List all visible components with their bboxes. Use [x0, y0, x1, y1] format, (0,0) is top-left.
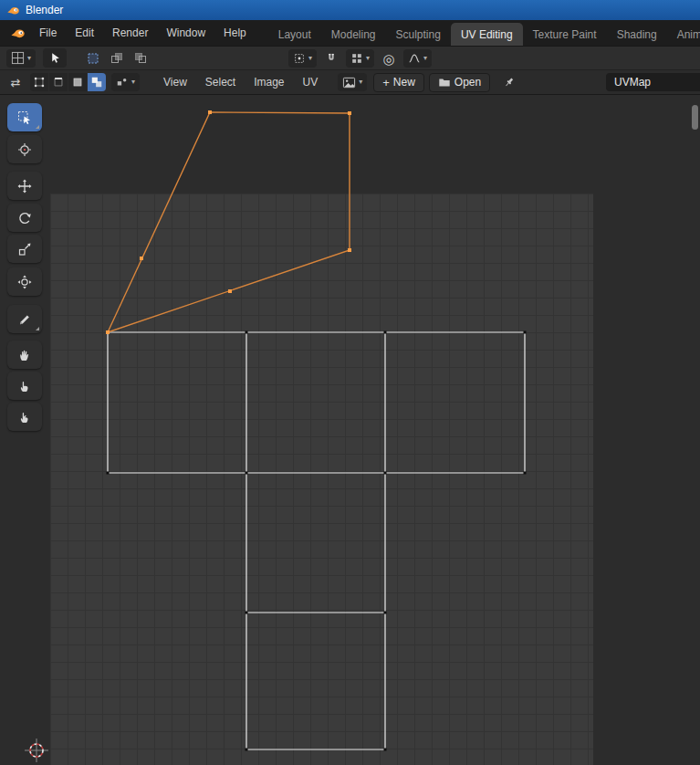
select-operation-group: [83, 49, 151, 68]
snap-increment-icon: [350, 52, 363, 65]
window-titlebar: Blender: [0, 0, 700, 20]
uv-map-name-field[interactable]: UVMap: [606, 73, 700, 91]
tool-rotate-button[interactable]: [7, 204, 42, 232]
chevron-down-icon: ▾: [131, 79, 135, 86]
select-box-icon: [17, 110, 32, 125]
tool-2d-cursor-button[interactable]: [7, 135, 42, 163]
uv-map-name: UVMap: [614, 76, 651, 89]
uv-sync-select-toggle[interactable]: ⇄: [5, 73, 26, 91]
snap-toggle-button[interactable]: [321, 49, 341, 68]
workspace-tabs: Layout Modeling Sculpting UV Editing Tex…: [268, 20, 700, 46]
tool-move-button[interactable]: [7, 172, 42, 200]
cursor-tool-icon: [17, 142, 32, 157]
falloff-curve-icon: [408, 52, 421, 65]
uv-editor-canvas[interactable]: [0, 94, 700, 765]
sync-select-icon: ⇄: [11, 77, 21, 89]
tab-sculpting[interactable]: Sculpting: [386, 23, 451, 46]
face-select-icon: [71, 76, 84, 89]
menu-edit[interactable]: Edit: [66, 20, 103, 46]
tool-select-box-button[interactable]: [7, 103, 42, 131]
proportional-editing-toggle[interactable]: ◎: [379, 49, 399, 68]
annotate-pencil-icon: [17, 312, 32, 327]
chevron-down-icon: ▾: [308, 55, 312, 62]
image-icon: [342, 76, 356, 89]
edge-select-icon: [52, 76, 65, 89]
image-browse-dropdown[interactable]: ▾: [338, 73, 367, 91]
tool-annotate-button[interactable]: [7, 305, 42, 333]
menu-image[interactable]: Image: [245, 76, 293, 89]
tab-texture-paint[interactable]: Texture Paint: [523, 23, 607, 46]
image-open-button[interactable]: Open: [429, 73, 490, 92]
select-subtract-icon: [134, 52, 147, 65]
island-select-icon: [90, 76, 103, 89]
menu-render[interactable]: Render: [103, 20, 157, 46]
tool-transform-button[interactable]: [7, 267, 42, 296]
menu-uv[interactable]: UV: [294, 76, 328, 89]
vertical-scrollbar[interactable]: [692, 105, 698, 130]
select-op-subtract-button[interactable]: [131, 49, 151, 68]
menu-file[interactable]: File: [30, 20, 66, 46]
editor-menus: View Select Image UV: [154, 76, 327, 89]
tool-grab-button[interactable]: [7, 341, 42, 369]
tab-animation[interactable]: Animation: [667, 23, 700, 46]
proportional-editing-icon: ◎: [382, 52, 394, 66]
tool-settings-bar: ▾ ▾: [0, 46, 700, 69]
tool-scale-button[interactable]: [7, 235, 42, 263]
chevron-down-icon: ▾: [27, 55, 31, 62]
scale-icon: [17, 242, 32, 257]
plus-icon: +: [382, 77, 390, 89]
pivot-point-icon: [293, 52, 306, 65]
folder-icon: [438, 76, 451, 89]
blender-menu-button[interactable]: [5, 26, 30, 41]
tab-uv-editing[interactable]: UV Editing: [451, 23, 523, 46]
uv-select-vertex-button[interactable]: [30, 73, 48, 91]
editor-type-dropdown[interactable]: ▾: [6, 49, 36, 68]
move-icon: [17, 179, 32, 194]
new-button-label: New: [393, 76, 415, 89]
select-op-extend-button[interactable]: [107, 49, 127, 68]
pivot-point-dropdown[interactable]: ▾: [288, 49, 317, 68]
snap-with-dropdown[interactable]: ▾: [346, 49, 374, 68]
menu-view[interactable]: View: [154, 76, 196, 89]
select-op-new-button[interactable]: [83, 49, 103, 68]
pin-toggle-button[interactable]: [499, 73, 519, 91]
menu-window[interactable]: Window: [157, 20, 214, 46]
tab-modeling[interactable]: Modeling: [321, 23, 386, 46]
blender-logo-icon: [10, 26, 26, 41]
pinch-finger-icon: [17, 410, 32, 424]
sticky-selection-dropdown[interactable]: ▾: [111, 73, 140, 91]
tab-layout[interactable]: Layout: [268, 23, 321, 46]
magnet-icon: [325, 52, 338, 65]
select-new-icon: [87, 52, 99, 65]
uv-grid-area: [50, 194, 593, 765]
top-bar: File Edit Render Window Help Layout Mode…: [0, 20, 700, 46]
uv-select-island-button[interactable]: [88, 73, 106, 91]
grab-hand-icon: [17, 348, 32, 362]
menu-select[interactable]: Select: [196, 76, 245, 89]
image-new-button[interactable]: + New: [373, 73, 424, 92]
chevron-down-icon: ▾: [359, 79, 362, 86]
tool-relax-button[interactable]: [7, 372, 42, 400]
open-button-label: Open: [454, 76, 481, 89]
tab-shading[interactable]: Shading: [607, 23, 667, 46]
uv-editor-header: ⇄ ▾ View Select I: [0, 69, 700, 94]
relax-finger-icon: [17, 379, 32, 393]
chevron-down-icon: ▾: [366, 55, 370, 62]
select-extend-icon: [110, 52, 123, 65]
rotate-icon: [17, 211, 32, 225]
window-title: Blender: [26, 4, 63, 16]
active-tool-button[interactable]: [43, 48, 67, 68]
vertex-select-icon: [33, 76, 46, 89]
falloff-dropdown[interactable]: ▾: [403, 49, 432, 68]
chevron-down-icon: ▾: [423, 55, 427, 62]
menu-help[interactable]: Help: [214, 20, 256, 46]
select-cursor-icon: [48, 51, 62, 65]
blender-app-icon: [6, 4, 20, 17]
uv-select-face-button[interactable]: [68, 73, 87, 91]
pin-icon: [503, 76, 516, 89]
uv-select-mode-group: [30, 73, 106, 91]
tool-pinch-button[interactable]: [7, 403, 42, 431]
uv-select-edge-button[interactable]: [49, 73, 68, 91]
sticky-selection-icon: [116, 76, 129, 89]
snap-proportional-cluster: ▾ ▾ ◎ ▾: [288, 49, 432, 68]
